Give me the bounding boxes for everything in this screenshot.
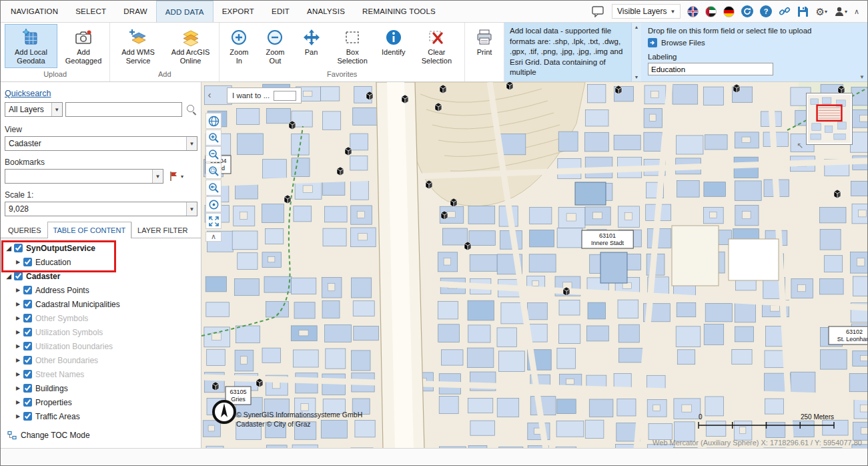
scroll-up-icon[interactable]: ▲ (634, 25, 639, 29)
labeling-input[interactable] (648, 63, 773, 75)
collapse-ribbon-icon[interactable]: ∧ (854, 7, 859, 16)
collapse-node-icon[interactable]: ◢ (4, 244, 13, 252)
link-icon[interactable] (779, 5, 791, 17)
print-button[interactable]: Print (469, 24, 500, 59)
layer-item-address-points[interactable]: ▶Address Points (13, 283, 199, 297)
zoom-out-tool-button[interactable] (205, 146, 222, 162)
collapse-node-icon[interactable]: ◢ (4, 272, 13, 280)
zoom-box-tool-button[interactable] (205, 163, 222, 179)
map-canvas[interactable]: 63101Innere Stadt63102St. Leonhard63105G… (201, 82, 867, 448)
layer-item-properties[interactable]: ▶Properties (13, 395, 199, 409)
expand-node-icon[interactable]: ▶ (13, 287, 23, 293)
add-geotagged-button[interactable]: Add Geotagged (61, 24, 105, 68)
quicksearch-link[interactable]: Quicksearch (5, 89, 51, 98)
layer-checkbox[interactable] (14, 272, 23, 280)
identify-button[interactable]: Identify (378, 24, 409, 68)
expand-node-icon[interactable]: ▶ (13, 399, 23, 405)
tab-layer-filter[interactable]: LAYER FILTER (131, 222, 193, 238)
zoom-in-button[interactable]: Zoom In (224, 24, 254, 68)
zoom-out-button[interactable]: Zoom Out (258, 24, 292, 68)
menu-tab-remaining-tools[interactable]: REMAINING TOOLS (354, 1, 444, 22)
layer-checkbox[interactable] (23, 286, 32, 294)
layer-checkbox[interactable] (23, 398, 32, 407)
add-arcgis-online-button[interactable]: Add ArcGIS Online (166, 24, 215, 68)
layer-checkbox[interactable] (23, 342, 32, 351)
visible-layers-dropdown[interactable]: Visible Layers▼ (612, 4, 681, 19)
add-local-geodata-button[interactable]: Add Local Geodata (5, 24, 57, 68)
info-scrollbar[interactable]: ▲▼ (631, 23, 641, 81)
layer-checkbox[interactable] (23, 300, 32, 308)
layer-item-other-boundaries[interactable]: ▶Other Boundaries (13, 353, 199, 367)
add-wms-service-button[interactable]: Add WMS Service (114, 24, 162, 68)
layer-checkbox[interactable] (23, 356, 32, 365)
menu-tab-edit[interactable]: EDIT (263, 1, 298, 22)
flag-germany-icon[interactable] (723, 6, 735, 17)
expand-node-icon[interactable]: ▶ (13, 385, 23, 391)
expand-node-icon[interactable]: ▶ (13, 413, 23, 419)
zoom-in-tool-button[interactable] (205, 130, 222, 146)
menu-tab-add-data[interactable]: ADD DATA (156, 1, 213, 22)
add-bookmark-button[interactable]: ▾ (169, 171, 183, 182)
layer-item-utilization-symbols[interactable]: ▶Utilization Symbols (13, 325, 199, 339)
expand-node-icon[interactable]: ▶ (13, 315, 23, 321)
globe-tool-button[interactable] (205, 113, 222, 129)
clear-selection-button[interactable]: Clear Selection (413, 24, 460, 68)
center-tool-button[interactable] (205, 196, 222, 212)
zoom-prev-tool-button[interactable] (205, 180, 222, 196)
layer-item-other-symbols[interactable]: ▶Other Symbols (13, 311, 199, 325)
refresh-icon[interactable] (741, 5, 753, 17)
settings-button[interactable]: ⚙▾ (815, 7, 827, 17)
help-icon[interactable]: ? (760, 5, 772, 17)
tab-queries[interactable]: QUERIES (2, 222, 47, 238)
change-toc-mode-button[interactable]: Change TOC Mode (1, 427, 201, 444)
layer-checkbox[interactable] (23, 384, 32, 393)
collapse-sidebar-button[interactable]: ‹ (204, 87, 215, 101)
scale-dropdown[interactable]: 9,028▼ (5, 202, 197, 216)
user-menu-button[interactable]: ▾ (834, 6, 847, 17)
layer-item-education[interactable]: ▶Education (13, 255, 199, 269)
layer-checkbox[interactable] (23, 370, 32, 379)
flag-uk-icon[interactable] (687, 6, 699, 17)
layer-item-cadaster[interactable]: ◢Cadaster (4, 269, 199, 283)
save-icon[interactable] (797, 6, 809, 17)
layer-checkbox[interactable] (14, 244, 23, 252)
menu-tab-draw[interactable]: DRAW (115, 1, 156, 22)
box-selection-button[interactable]: Box Selection (331, 24, 374, 68)
expand-node-icon[interactable]: ▶ (13, 259, 23, 265)
layer-item-utilization-boundaries[interactable]: ▶Utilization Boundaries (13, 339, 199, 353)
search-scope-dropdown[interactable]: All Layers▼ (5, 102, 63, 117)
menu-tab-export[interactable]: EXPORT (213, 1, 263, 22)
layer-checkbox[interactable] (23, 258, 32, 266)
layer-item-traffic-areas[interactable]: ▶Traffic Areas (13, 409, 199, 423)
search-input[interactable] (65, 102, 182, 117)
layer-item-cadastral-municipalities[interactable]: ▶Cadastral Municipalities (13, 297, 199, 311)
i-want-to-widget[interactable]: I want to ... (227, 87, 302, 103)
browse-files-button[interactable]: Browse Files (648, 38, 861, 47)
bookmarks-dropdown[interactable]: ▼ (5, 169, 163, 184)
chat-icon[interactable] (592, 5, 605, 17)
layer-item-street-names[interactable]: ▶Street Names (13, 367, 199, 381)
expand-node-icon[interactable]: ▶ (13, 371, 23, 377)
pan-button[interactable]: Pan (296, 24, 327, 68)
menu-tab-navigation[interactable]: NAVIGATION (2, 1, 67, 22)
search-icon[interactable] (187, 105, 197, 115)
expand-node-icon[interactable]: ▶ (13, 343, 23, 349)
view-dropdown[interactable]: Cadaster▼ (5, 136, 197, 151)
i-want-to-input[interactable] (274, 91, 296, 101)
overview-expand-icon[interactable]: ↖ (797, 141, 803, 150)
overview-map[interactable] (806, 93, 853, 145)
flag-uae-icon[interactable] (705, 6, 717, 17)
full-extent-tool-button[interactable] (205, 213, 222, 229)
layer-item-buildings[interactable]: ▶Buildings (13, 381, 199, 395)
layer-checkbox[interactable] (23, 314, 32, 322)
drop-panel-scroll-down-icon[interactable]: ▼ (859, 74, 865, 80)
layer-item-synoutputservice[interactable]: ◢SynOutputService (4, 241, 199, 255)
scroll-down-icon[interactable]: ▼ (634, 75, 639, 79)
expand-node-icon[interactable]: ▶ (13, 329, 23, 335)
tab-table-of-content[interactable]: TABLE OF CONTENT (47, 222, 132, 238)
menu-tab-select[interactable]: SELECT (67, 1, 115, 22)
layer-checkbox[interactable] (23, 328, 32, 336)
upload-drop-panel[interactable]: Drop file on this form field or select f… (641, 23, 867, 81)
expand-node-icon[interactable]: ▶ (13, 301, 23, 307)
toolbar-scroll-up-icon[interactable]: ∧ (205, 232, 222, 242)
